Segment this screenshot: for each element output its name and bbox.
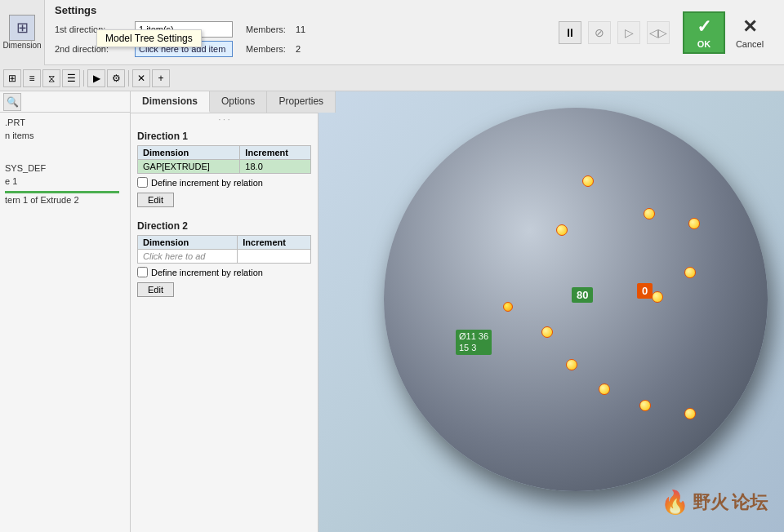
members-label-2: Members: (246, 44, 286, 54)
dot-6 (599, 383, 610, 395)
panel-dots: · · · (131, 113, 318, 126)
cancel-label: Cancel (736, 39, 764, 49)
dot-9 (556, 224, 568, 236)
tab-dimensions[interactable]: Dimensions (131, 91, 210, 113)
dir2-edit-button[interactable]: Edit (137, 282, 174, 297)
dir1-inc-val: 18.0 (240, 160, 311, 174)
list-icon[interactable]: ☰ (62, 69, 80, 87)
center-dot (503, 302, 513, 312)
dir1-checkbox[interactable] (137, 177, 148, 188)
dot-5 (652, 291, 663, 303)
sidebar-e1: e 1 (5, 175, 125, 188)
ok-cancel-area: ⏸ ⊘ ▷ ◁▷ ✓ OK ✕ Cancel (546, 11, 784, 54)
tool-left: ⊞ Dimension (0, 0, 45, 65)
col-dimension-1: Dimension (138, 146, 240, 160)
watermark: 🔥 野火 论坛 (661, 489, 768, 516)
dot-7 (639, 400, 651, 411)
dot-3 (688, 218, 700, 229)
tool-label: Dimension (2, 41, 41, 50)
search-icon[interactable]: 🔍 (3, 93, 21, 111)
sidebar-items: n items (5, 129, 125, 142)
dim-label-80: 80 (572, 287, 593, 303)
grid-icon[interactable]: ⊞ (3, 69, 21, 87)
dir1-edit-button[interactable]: Edit (137, 193, 174, 207)
dir2-add-inc (238, 250, 311, 264)
sidebar-pattern: tern 1 of Extrude 2 (5, 193, 125, 206)
stop-icon[interactable]: ⊘ (588, 21, 611, 44)
dim-panel: Dimensions Options Properties · · · Dire… (131, 91, 318, 532)
dim-label-0: 0 (637, 283, 653, 299)
dot-2 (644, 208, 655, 219)
close-panel-icon[interactable]: ✕ (132, 69, 150, 87)
dir2-checkbox-row: Define increment by relation (137, 267, 311, 277)
cancel-x-icon: ✕ (742, 16, 757, 38)
dot-1 (582, 175, 594, 187)
direction2-section: Direction 2 Dimension Increment Click he… (131, 215, 318, 305)
members-label-1: Members: (246, 24, 286, 34)
sidebar-prt: .PRT (5, 116, 125, 129)
dot-10 (566, 359, 577, 370)
dir1-row[interactable]: GAP[EXTRUDE] 18.0 (138, 160, 311, 174)
left-sidebar: 🔍 .PRT n items SYS_DEF e 1 tern 1 of Ext… (0, 91, 131, 532)
dot-8 (684, 408, 696, 419)
dir1-title: Direction 1 (137, 131, 311, 142)
members-val-2: 2 (296, 44, 301, 54)
preview-icon[interactable]: ▷ (617, 21, 640, 44)
dot-center (541, 326, 553, 338)
direction1-section: Direction 1 Dimension Increment GAP[EXTR… (131, 126, 318, 215)
settings-tree-icon[interactable]: ⚙ (107, 69, 125, 87)
members-val-1: 11 (296, 24, 305, 34)
toolbar-icons: ⏸ ⊘ ▷ ◁▷ (559, 21, 670, 44)
tab-properties[interactable]: Properties (267, 91, 336, 113)
settings-title: Settings (55, 4, 536, 16)
dir1-checkbox-row: Define increment by relation (137, 177, 311, 188)
dir1-dim-val: GAP[EXTRUDE] (138, 160, 240, 174)
col-dimension-2: Dimension (138, 236, 238, 250)
dir1-table: Dimension Increment GAP[EXTRUDE] 18.0 (137, 145, 311, 174)
tabs: Dimensions Options Properties (131, 91, 318, 113)
dir2-add-row[interactable]: Click here to ad (138, 250, 311, 264)
ok-label: OK (697, 39, 711, 49)
tab-options[interactable]: Options (210, 91, 267, 113)
fire-icon: 🔥 (661, 489, 689, 516)
pause-icon[interactable]: ⏸ (559, 21, 581, 44)
filter-icon[interactable]: ⧖ (42, 69, 60, 87)
dimension-icon: ⊞ (9, 15, 35, 41)
sidebar-search: 🔍 (0, 91, 130, 113)
sidebar-content: .PRT n items SYS_DEF e 1 tern 1 of Extru… (0, 113, 130, 210)
watermark-text1: 野火 (693, 490, 728, 515)
dir2-add-dim: Click here to ad (138, 250, 238, 264)
add-icon[interactable]: + (152, 69, 170, 87)
col-increment-1: Increment (240, 146, 311, 160)
review-icon[interactable]: ◁▷ (647, 21, 670, 44)
separator-1 (83, 70, 84, 86)
ok-checkmark: ✓ (697, 16, 711, 38)
separator-2 (128, 70, 129, 86)
arrow-icon[interactable]: ▶ (87, 69, 105, 87)
dir1-checkbox-label: Define increment by relation (151, 178, 263, 188)
dir2-table: Dimension Increment Click here to ad (137, 235, 311, 264)
tooltip-text: Model Tree Settings (105, 33, 193, 44)
sidebar-sys-def: SYS_DEF (5, 162, 125, 175)
model-tree-tooltip: Model Tree Settings (96, 29, 202, 47)
watermark-text2: 论坛 (732, 490, 768, 515)
dir2-title: Direction 2 (137, 220, 311, 232)
ok-button[interactable]: ✓ OK (683, 11, 725, 54)
second-toolbar: ⊞ ≡ ⧖ ☰ ▶ ⚙ ✕ + (0, 65, 784, 91)
dir2-checkbox-label: Define increment by relation (151, 268, 263, 277)
cancel-button[interactable]: ✕ Cancel (728, 11, 771, 54)
dot-4 (684, 267, 696, 278)
col-increment-2: Increment (238, 236, 311, 250)
table-icon[interactable]: ≡ (23, 69, 41, 87)
dir2-checkbox[interactable] (137, 267, 148, 277)
dim-label-phi: Ø11 36 15 3 (456, 330, 492, 355)
viewport: 80 0 Ø11 36 15 3 🔥 野火 论坛 (318, 91, 784, 532)
